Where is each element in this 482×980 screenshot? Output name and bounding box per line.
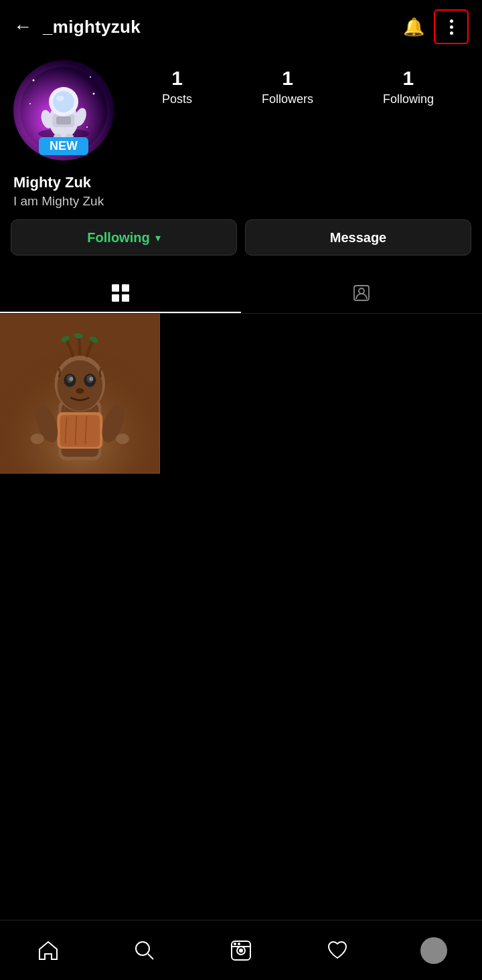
following-label: Following (383, 92, 434, 106)
svg-point-42 (76, 388, 84, 393)
svg-point-17 (86, 126, 88, 128)
stats-row: 1 Posts 1 Followers 1 Following (127, 60, 469, 106)
avatar-wrapper: MIGHTY ZUK NEW (13, 60, 114, 161)
following-count: 1 (403, 67, 414, 90)
main-content: MIGHTY ZUK NEW 1 Posts 1 Followers (0, 54, 482, 534)
stat-followers[interactable]: 1 Followers (262, 67, 313, 106)
grid-icon (110, 283, 131, 303)
post-thumbnail-1[interactable] (0, 314, 160, 474)
svg-point-57 (238, 943, 240, 945)
new-badge: NEW (39, 137, 88, 155)
svg-point-35 (58, 361, 103, 411)
svg-rect-4 (56, 116, 71, 124)
svg-point-23 (359, 288, 364, 294)
svg-point-15 (93, 93, 95, 95)
stat-following[interactable]: 1 Following (383, 67, 434, 106)
notifications-icon[interactable]: 🔔 (400, 14, 427, 40)
posts-label: Posts (162, 92, 192, 106)
top-bar-left: ← _mightyzuk (13, 16, 141, 37)
svg-rect-19 (122, 284, 129, 292)
reels-icon (230, 939, 252, 962)
tab-tagged[interactable] (241, 273, 482, 313)
profile-tabs (0, 273, 482, 314)
svg-point-41 (89, 377, 93, 381)
profile-display-name: Mighty Zuk (13, 174, 469, 191)
svg-point-56 (234, 943, 236, 945)
tagged-icon (351, 283, 372, 303)
profile-bio: I am Mighty Zuk (13, 194, 469, 209)
heart-icon (326, 939, 349, 962)
top-bar: ← _mightyzuk 🔔 (0, 0, 482, 54)
message-button-label: Message (330, 230, 387, 246)
nav-reels[interactable] (214, 930, 268, 971)
svg-point-40 (69, 377, 73, 381)
stat-posts[interactable]: 1 Posts (162, 67, 192, 106)
svg-point-54 (240, 949, 242, 952)
svg-rect-20 (112, 294, 119, 302)
followers-count: 1 (282, 67, 293, 90)
svg-rect-18 (112, 284, 119, 292)
profile-avatar-nav (420, 937, 447, 964)
bottom-nav (0, 920, 482, 980)
tab-grid[interactable] (0, 273, 241, 313)
action-buttons: Following ▾ Message (0, 219, 482, 269)
svg-point-45 (31, 433, 44, 444)
svg-line-51 (148, 954, 153, 959)
three-dots-icon (450, 19, 453, 35)
svg-point-7 (56, 96, 64, 101)
profile-info: Mighty Zuk I am Mighty Zuk (0, 171, 482, 219)
following-button[interactable]: Following ▾ (11, 219, 237, 256)
followers-label: Followers (262, 92, 313, 106)
page-title: _mightyzuk (43, 17, 141, 37)
svg-point-16 (29, 103, 31, 104)
posts-count: 1 (171, 67, 183, 90)
back-button[interactable]: ← (13, 16, 32, 37)
nav-profile[interactable] (407, 930, 461, 971)
search-icon (133, 939, 156, 962)
svg-point-50 (136, 942, 149, 955)
home-icon (37, 939, 60, 962)
nav-search[interactable] (118, 930, 171, 971)
top-bar-right: 🔔 (400, 9, 469, 44)
chevron-down-icon: ▾ (155, 231, 161, 244)
nav-home[interactable] (21, 930, 75, 971)
svg-point-14 (90, 76, 91, 78)
more-menu-button[interactable] (434, 9, 469, 44)
profile-section: MIGHTY ZUK NEW 1 Posts 1 Followers (0, 54, 482, 171)
post-grid (0, 314, 482, 474)
following-button-label: Following (87, 230, 149, 246)
svg-rect-21 (122, 294, 129, 302)
svg-point-6 (53, 91, 74, 112)
message-button[interactable]: Message (245, 219, 471, 256)
nav-activity[interactable] (311, 930, 364, 971)
svg-point-13 (33, 80, 35, 82)
svg-point-46 (116, 433, 129, 444)
